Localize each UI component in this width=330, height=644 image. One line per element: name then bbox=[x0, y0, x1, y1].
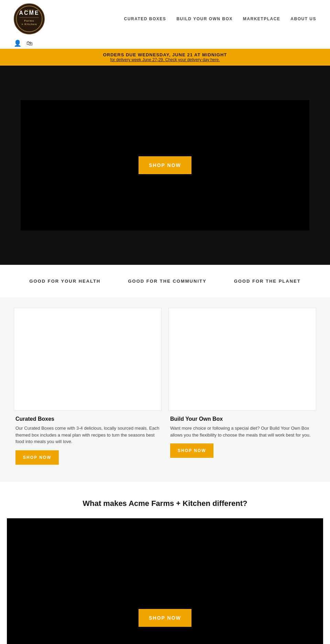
header: ACME ACME Farms × Kitchen CURATED BOXES … bbox=[0, 0, 330, 38]
nav: CURATED BOXES BUILD YOUR OWN BOX MARKETP… bbox=[124, 16, 316, 21]
card-curated-boxes-image bbox=[14, 308, 162, 411]
banner-title: ORDERS DUE WEDNESDAY, JUNE 21 AT MIDNIGH… bbox=[3, 52, 327, 57]
nav-about-us[interactable]: ABOUT US bbox=[290, 16, 316, 21]
svg-text:Farms: Farms bbox=[24, 19, 34, 22]
card-build-your-own-button[interactable]: SHOP NOW bbox=[170, 443, 213, 458]
card-curated-boxes-button[interactable]: SHOP NOW bbox=[15, 450, 59, 465]
value-health: GOOD FOR YOUR HEALTH bbox=[29, 279, 100, 284]
logo[interactable]: ACME ACME Farms × Kitchen bbox=[14, 3, 45, 34]
card-build-your-own-title: Build Your Own Box bbox=[170, 416, 315, 422]
logo-area: ACME ACME Farms × Kitchen bbox=[14, 3, 45, 34]
svg-text:ACME: ACME bbox=[19, 10, 39, 16]
announcement-banner: ORDERS DUE WEDNESDAY, JUNE 21 AT MIDNIGH… bbox=[0, 49, 330, 66]
card-curated-boxes-body: Curated Boxes Our Curated Boxes come wit… bbox=[14, 411, 162, 468]
second-shop-now-button[interactable]: SHOP NOW bbox=[139, 609, 191, 627]
cart-icon[interactable]: 🛍 bbox=[26, 40, 33, 47]
card-curated-boxes-desc: Our Curated Boxes come with 3-4 deliciou… bbox=[15, 425, 160, 445]
different-title: What makes Acme Farms + Kitchen differen… bbox=[7, 499, 323, 508]
card-build-your-own-image bbox=[168, 308, 316, 411]
card-build-your-own-desc: Want more choice or following a special … bbox=[170, 425, 315, 438]
header-icons-row: 👤 🛍 bbox=[0, 38, 330, 49]
nav-marketplace[interactable]: MARKETPLACE bbox=[243, 16, 280, 21]
svg-text:× Kitchen: × Kitchen bbox=[21, 23, 37, 26]
hero-video: SHOP NOW bbox=[21, 100, 309, 230]
value-community: GOOD FOR THE COMMUNITY bbox=[128, 279, 206, 284]
banner-subtitle[interactable]: for delivery week June 27-29. Check your… bbox=[3, 57, 327, 62]
account-icon[interactable]: 👤 bbox=[14, 39, 21, 47]
second-video-player: SHOP NOW bbox=[7, 518, 323, 644]
card-curated-boxes-title: Curated Boxes bbox=[15, 416, 160, 422]
nav-curated-boxes[interactable]: CURATED BOXES bbox=[124, 16, 166, 21]
second-video-section: SHOP NOW bbox=[7, 518, 323, 644]
card-build-your-own-body: Build Your Own Box Want more choice or f… bbox=[168, 411, 316, 461]
card-curated-boxes: Curated Boxes Our Curated Boxes come wit… bbox=[14, 308, 162, 468]
value-planet: GOOD FOR THE PLANET bbox=[234, 279, 301, 284]
hero-shop-now-button[interactable]: SHOP NOW bbox=[139, 156, 191, 174]
card-build-your-own: Build Your Own Box Want more choice or f… bbox=[168, 308, 316, 468]
cards-section: Curated Boxes Our Curated Boxes come wit… bbox=[0, 297, 330, 482]
nav-build-your-own-box[interactable]: BUILD YOUR OWN BOX bbox=[176, 16, 232, 21]
different-section: What makes Acme Farms + Kitchen differen… bbox=[0, 482, 330, 644]
values-strip: GOOD FOR YOUR HEALTH GOOD FOR THE COMMUN… bbox=[0, 265, 330, 297]
hero-section: SHOP NOW bbox=[0, 66, 330, 265]
